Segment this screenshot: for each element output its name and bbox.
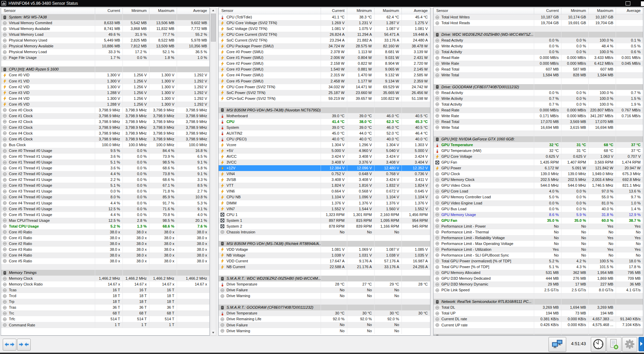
sensor-row[interactable]: AVCC3.424 V3.408 V3.424 V3.424 V (219, 154, 430, 159)
sensor-row[interactable]: Virtual Memory Load49.6 %31.9 %77.7 %55.… (1, 32, 209, 37)
sensor-row[interactable]: Core #0 Ratio38.0 x38.0 x38.0 x38.0 x (1, 229, 209, 235)
column-header-average[interactable]: Average (401, 8, 430, 14)
sensor-row[interactable]: VIN71.552 V1.544 V1.560 V1.552 V (219, 206, 430, 212)
section-row[interactable]: Network: RealTek Semiconductor RTL8168/8… (434, 299, 643, 305)
sensor-row[interactable]: GPU Video Clock544.0 MHz544.0 MHz1,746.5… (434, 183, 643, 188)
sensor-row[interactable]: Core #3 Power (SMU)1.540 W0.881 W9.065 W… (219, 66, 430, 72)
sensor-row[interactable]: Drive WarningNoNoNo (219, 328, 430, 334)
sensor-row[interactable]: Read Activity0.0 %0.0 %100.0 %0.7 % (434, 90, 643, 96)
sensor-row[interactable]: Core #0 VID1.300 V1.256 V1.300 V1.292 V (1, 72, 209, 78)
maximize-button[interactable] (626, 1, 630, 5)
column-header-current[interactable]: Current (321, 8, 347, 14)
sensor-row[interactable]: Core #1 VID1.300 V1.256 V1.300 V1.292 V (1, 78, 209, 84)
sensor-row[interactable]: GPU Video Engine Load0.0 %0.0 %81.0 %1.0… (434, 200, 643, 206)
sensor-row[interactable]: Total Activity0.0 %0.0 %100.0 %0.6 % (434, 49, 643, 55)
column-header-maximum[interactable]: Maximum (374, 8, 401, 14)
sensor-row[interactable]: Core #3 Ratio38.0 x38.0 x38.0 x38.0 x (1, 247, 209, 252)
sensor-row[interactable]: Chassis IntrusionNoNoNo (219, 229, 430, 235)
sensor-row[interactable]: Core #4 Clock3,798.9 MHz3,798.9 MHz3,798… (1, 130, 209, 136)
expand-columns-button[interactable] (3, 339, 16, 351)
settings-button[interactable] (622, 337, 637, 352)
report-button[interactable] (606, 337, 621, 352)
sensor-row[interactable]: GPU D3D Memory Dynamic29 MB17 MB227 MB36… (434, 281, 643, 287)
sensor-row[interactable]: CPU (PECI)40.0 °C40.0 °C40.0 °C40.0 °C (219, 136, 430, 142)
column-header-current[interactable]: Current (95, 8, 122, 14)
column-header-sensor[interactable]: Sensor (219, 8, 321, 14)
sensor-row[interactable]: Core #2 VID1.300 V1.256 V1.300 V1.292 V (1, 84, 209, 90)
sensor-row[interactable]: Core #2 Clock3,798.9 MHz3,798.9 MHz3,798… (1, 119, 209, 125)
sensor-row[interactable]: Core #2 Power (SMU)2.158 W0.822 W8.904 W… (219, 61, 430, 66)
section-row[interactable]: Drive: GOODRAM (CF8E07740B7D00111232) (434, 84, 643, 90)
column-header-minimum[interactable]: Minimum (347, 8, 374, 14)
sensor-row[interactable]: CPU (Tctl/Tdie)41.1 °C38.3 °C62.4 °C45.4… (219, 14, 430, 20)
sensor-row[interactable]: Trp18 T18 T18 T (1, 299, 209, 305)
sensor-row[interactable]: Memory Clock1,466.2 MHz1,466.2 MHz1,466.… (1, 276, 209, 281)
sensor-row[interactable]: SoC Voltage (SVI2 TFN)1.081 V1.075 V1.08… (219, 26, 430, 32)
sensor-row[interactable]: Performance Limit - SLI GPUBoost SyncNoN… (434, 252, 643, 258)
sensor-row[interactable]: PCIe Link Speed2.5 GT/s2.5 GT/s8.0 GT/s4… (434, 287, 643, 293)
sensor-row[interactable]: Virtual Memory Available8,741 MB3,868 MB… (1, 26, 209, 32)
sensor-row[interactable]: GPU Memory Controller Load5.0 %0.0 %55.0… (434, 194, 643, 200)
sensor-row[interactable]: Trfc514 T514 T514 T (1, 316, 209, 322)
section-row[interactable]: CPU [#0]: AMD Ryzen 5 1600 (1, 66, 209, 72)
sensor-row[interactable]: Bus Clock100.0 MHz100.0 MHz100.0 MHz100.… (1, 142, 209, 148)
sensor-row[interactable]: Write Rate0.000 MB/s0.000 MB/s6.412 MB/s… (434, 61, 643, 66)
sensor-row[interactable]: Core #0 Thread #1 Usage3.6 %0.0 %73.9 %6… (1, 154, 209, 159)
sensor-row[interactable]: Vcore1.304 V1.296 V1.304 V1.303 V (219, 142, 430, 148)
sensor-row[interactable]: VDD Current17.647 A9.176 A57.176 A16.987… (219, 258, 430, 264)
vertical-scrollbar[interactable] (210, 7, 216, 336)
column-header-sensor[interactable]: Sensor (434, 8, 534, 14)
sensor-row[interactable]: Write Rate0.171 MB/s0.000 MB/s341.287 MB… (434, 113, 643, 119)
sensor-row[interactable]: Tras36 T36 T36 T (1, 305, 209, 310)
column-header-average[interactable]: Average (177, 8, 209, 14)
clock-button[interactable] (591, 337, 606, 352)
sensor-row[interactable]: Performance Limit - PowerNoNoYesYes (434, 224, 643, 229)
sensor-row[interactable]: Total CPU Usage5.2 %1.3 %68.6 %7.6 % (1, 224, 209, 229)
sensor-row[interactable]: 3VSB3.408 V3.408 V3.424 V3.411 V (219, 177, 430, 183)
sensor-row[interactable]: Core #1 Thread #1 Usage3.6 %0.0 %68.6 %5… (1, 165, 209, 171)
sensor-row[interactable]: Tcas16 T16 T16 T (1, 287, 209, 293)
sensor-row[interactable]: SoC Current (SVI2 TFN)23.294 A21.882 A33… (219, 37, 430, 43)
sensor-row[interactable]: Drive Temperature30 °C30 °C30 °C30 °C (219, 310, 430, 316)
sensor-row[interactable]: Virtual Memory Commited8,633 MB5,542 MB1… (1, 20, 209, 26)
sensor-row[interactable]: Core #3 VID1.288 V1.256 V1.300 V1.292 V (1, 90, 209, 96)
section-row[interactable]: S.M.A.R.T.: GOODRAM (CF8E07740B7D0011123… (219, 305, 430, 310)
sensor-row[interactable]: Trc68 T68 T68 T (1, 310, 209, 316)
sensor-row[interactable]: CPU+SoC Power (SVI2 TFN)59.219 W39.657 W… (219, 96, 430, 102)
sensor-row[interactable]: Current DL rate0.381 KB/s0.000 KB/s4,657… (434, 316, 643, 322)
sensor-row[interactable]: Core #3 Thread #0 Usage5.1 %0.0 %67.1 %8… (1, 183, 209, 188)
sensor-row[interactable]: Core #1 Ratio38.0 x38.0 x38.0 x38.0 x (1, 235, 209, 241)
scroll-down-button[interactable] (211, 330, 216, 335)
sensor-row[interactable]: Motherboard39.0 °C39.0 °C46.0 °C40.5 °C (219, 113, 430, 119)
app-icon[interactable] (1, 1, 6, 6)
sensor-row[interactable]: Core #2 Thread #1 Usage2.2 %0.0 %68.6 %3… (1, 177, 209, 183)
sensor-row[interactable]: Read Total607 MB587 MB607 MB (434, 66, 643, 72)
sensor-row[interactable]: Write Activity0.0 %0.0 %48.4 %0.5 % (434, 43, 643, 49)
section-row[interactable]: GPU [#0]: NVIDIA GeForce GTX 1060 6GB: (434, 136, 643, 142)
sensor-row[interactable]: Core #5 Power (SMU)2.458 W1.177 W9.134 W… (219, 78, 430, 84)
sensor-row[interactable]: Core #4 Power (SMU)2.315 W1.470 W9.132 W… (219, 72, 430, 78)
sensor-row[interactable]: Read Total17,070 MB3,569 MB17,070 MB (434, 119, 643, 125)
sensor-row[interactable]: System 1897 RPM815 RPM1,095 RPM954 RPM (219, 218, 430, 224)
sensor-row[interactable]: Total DL3,269 MB1,694 MB3,269 MB (434, 305, 643, 310)
section-row[interactable]: S.M.A.R.T.: WDC WD20EZRZ-00Z5HB0 (WD-WCC… (219, 276, 430, 281)
sensor-row[interactable]: Drive WarningNoNoNo (219, 293, 430, 299)
sensor-row[interactable]: SoC Power (SVI2 TFN)25.187 W23.660 W35.6… (219, 90, 430, 96)
sensor-row[interactable]: 3VCC3.408 V3.376 V3.408 V3.404 V (219, 159, 430, 165)
sensor-row[interactable]: Total GPU Power [% of TDP]5.1 %4.3 %101.… (434, 264, 643, 270)
section-row[interactable]: MSI B350M PRO-VDH (MS-7A38) (Richtek RT8… (219, 241, 430, 247)
sensor-row[interactable]: GPU Clock139.0 MHz139.0 MHz1,949.0 MHz67… (434, 171, 643, 177)
sensor-row[interactable]: Memory Clock Ratio14.67 x14.67 x14.67 x1… (1, 281, 209, 287)
section-row[interactable]: MSI B350M PRO-VDH (MS-7A38) (Nuvoton NCT… (219, 107, 430, 113)
sensor-row[interactable]: CPU Core Current (SVI2 TFN)26.824 A11.29… (219, 32, 430, 37)
sensor-row[interactable]: GPU Core Load4.0 %0.0 %97.0 %13.6 % (434, 188, 643, 194)
side-panel-button[interactable] (639, 337, 644, 351)
sensor-row[interactable]: Total Activity0.7 %0.0 %100.0 %1.9 % (434, 102, 643, 107)
section-row[interactable]: System: MSI MS-7A38 (1, 14, 209, 20)
collapse-columns-button[interactable] (17, 339, 31, 351)
sensor-row[interactable]: GPU Bus Load0.0 %0.0 %40.0 %1.4 % (434, 206, 643, 212)
sensor-row[interactable]: System 2878 RPM839 RPM1,166 RPM945 RPM (219, 224, 430, 229)
sensor-row[interactable]: Performance Limit - Max Operating Voltag… (434, 241, 643, 247)
sensor-row[interactable]: CPU Core Voltage (SVI2 TFN)1.269 V1.231 … (219, 20, 430, 26)
sensor-row[interactable]: Read Activity0.0 %0.0 %100.0 %0.1 % (434, 37, 643, 43)
